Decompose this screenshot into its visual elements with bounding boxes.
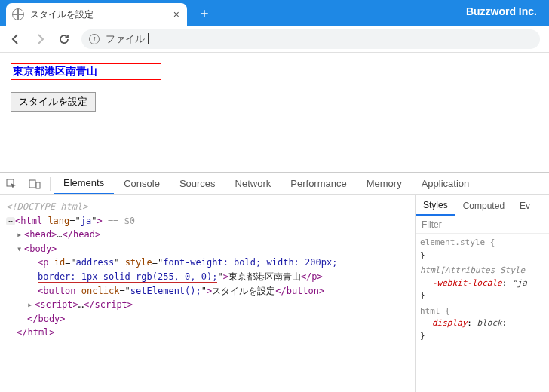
dom-line[interactable]: ⋯<html lang="ja"> == $0 [6, 214, 409, 228]
styles-tabs: Styles Computed Ev [416, 195, 549, 216]
page-content: 東京都港区南青山 スタイルを設定 [0, 53, 549, 172]
brand-label: Buzzword Inc. [466, 5, 537, 17]
dom-line[interactable]: ▸<head>…</head> [6, 228, 409, 242]
rule-brace: } [420, 331, 425, 341]
dom-line[interactable]: <!DOCTYPE html> [6, 200, 409, 214]
tab-title: スタイルを設定 [30, 8, 167, 21]
address-paragraph: 東京都港区南青山 [11, 63, 161, 80]
browser-header: スタイルを設定 × ＋ Buzzword Inc. [0, 0, 549, 26]
device-icon[interactable] [23, 179, 47, 189]
tab-memory[interactable]: Memory [357, 173, 412, 194]
devtools-tabs: Elements Console Sources Network Perform… [0, 173, 549, 195]
dom-line[interactable]: border: 1px solid rgb(255, 0, 0);">東京都港区… [6, 270, 409, 284]
forward-button[interactable] [33, 32, 47, 46]
dom-line[interactable]: </body> [6, 312, 409, 326]
styles-rules[interactable]: element.style { } html[Attributes Style … [416, 234, 549, 348]
rule-prop: display [432, 318, 467, 328]
tab-sources[interactable]: Sources [170, 173, 225, 194]
tab-network[interactable]: Network [225, 173, 281, 194]
dom-line[interactable]: </html> [6, 326, 409, 340]
rule-prop: -webkit-locale [432, 278, 502, 288]
rule-selector: html[Attributes Style [420, 265, 525, 275]
tab-application[interactable]: Application [412, 173, 480, 194]
svg-rect-1 [29, 180, 35, 188]
ellipsis-icon: ⋯ [6, 217, 15, 225]
devtools-body: <!DOCTYPE html> ⋯<html lang="ja"> == $0 … [0, 195, 549, 392]
tab-computed[interactable]: Computed [455, 195, 512, 216]
info-icon: i [89, 34, 100, 44]
caret-right-icon[interactable]: ▸ [17, 228, 24, 242]
filter-placeholder: Filter [422, 219, 442, 230]
address-text: ファイル [106, 32, 145, 46]
tab-elements[interactable]: Elements [54, 173, 114, 194]
tab-console[interactable]: Console [114, 173, 170, 194]
address-bar[interactable]: i ファイル [81, 29, 540, 49]
tab-styles[interactable]: Styles [416, 195, 455, 216]
dom-line[interactable]: <button onclick="setElement();">スタイルを設定<… [6, 284, 409, 299]
rule-val: "ja [512, 278, 527, 288]
inspect-icon[interactable] [0, 179, 23, 189]
browser-tab[interactable]: スタイルを設定 × [6, 3, 187, 26]
globe-icon [12, 8, 24, 20]
caret-down-icon[interactable]: ▾ [17, 242, 24, 256]
styles-filter[interactable]: Filter [416, 216, 549, 234]
tab-events[interactable]: Ev [512, 195, 538, 216]
dom-line[interactable]: ▾<body> [6, 242, 409, 256]
reload-button[interactable] [57, 32, 71, 46]
browser-toolbar: i ファイル [0, 26, 549, 53]
divider [50, 177, 51, 191]
rule-brace: } [420, 250, 425, 260]
new-tab-button[interactable]: ＋ [198, 4, 211, 22]
styles-pane: Styles Computed Ev Filter element.style … [415, 195, 549, 392]
caret-right-icon[interactable]: ▸ [27, 298, 35, 312]
back-button[interactable] [9, 32, 23, 46]
svg-rect-2 [36, 182, 40, 188]
text-caret [148, 33, 149, 44]
rule-selector: html { [420, 306, 450, 316]
dom-line[interactable]: <p id="address" style="font-weight: bold… [6, 256, 409, 270]
rule-selector: element.style { [420, 237, 495, 247]
dom-line[interactable]: ▸<script>…</script> [6, 298, 409, 312]
close-icon[interactable]: × [173, 8, 179, 20]
dom-tree[interactable]: <!DOCTYPE html> ⋯<html lang="ja"> == $0 … [0, 195, 415, 392]
devtools-panel: Elements Console Sources Network Perform… [0, 172, 549, 392]
rule-val: block [477, 318, 502, 328]
rule-brace: } [420, 290, 425, 300]
set-style-button[interactable]: スタイルを設定 [11, 92, 96, 112]
tab-performance[interactable]: Performance [281, 173, 356, 194]
